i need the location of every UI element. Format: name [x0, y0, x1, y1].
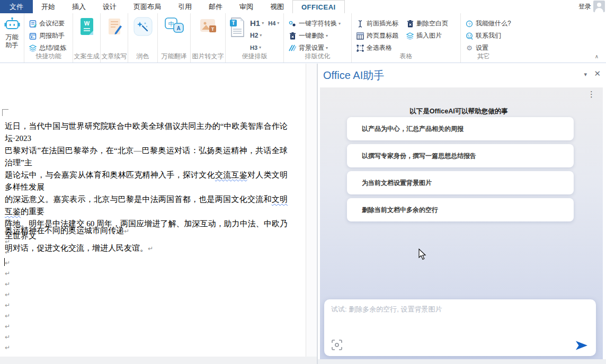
empty-line: ↵: [0, 236, 297, 246]
tab-officeai[interactable]: OFFICEAI: [292, 0, 345, 13]
kebab-menu-icon[interactable]: ⋮: [587, 90, 595, 99]
empty-line: ↵: [0, 342, 297, 352]
paper-pencil-icon: [106, 17, 122, 37]
group-label-continue: 文章续写: [101, 52, 128, 61]
summarize-label: 总结/提炼: [39, 43, 66, 52]
chevron-down-icon[interactable]: ▾: [259, 45, 261, 50]
char-convert-label: 一键字符转换: [299, 19, 337, 28]
chevron-down-icon[interactable]: ▾: [260, 33, 262, 38]
group-label-translate: 万能翻译: [158, 52, 190, 61]
ribbon-group-polish: 润色: [128, 13, 158, 63]
tab-home[interactable]: 开始: [33, 0, 64, 13]
minimize-panel-button[interactable]: ▾: [584, 71, 587, 78]
collapse-ribbon-button[interactable]: ∧: [595, 54, 599, 59]
document-area: 近日，当代中国与世界研究院联合中欧美全球倡议共同主办的“中欧美智库合作论坛·20…: [0, 64, 317, 364]
stripes-icon: [288, 44, 297, 52]
universal-assistant-button[interactable]: 万能 助手: [0, 13, 24, 63]
chevron-down-icon[interactable]: ▾: [326, 33, 328, 38]
insert-image-button[interactable]: 插入图片: [402, 30, 448, 42]
meeting-minutes-button[interactable]: 会议纪要: [24, 17, 73, 30]
settings-label: 设置: [476, 43, 488, 52]
ribbon-group-assistant: 万能 助手: [0, 13, 24, 63]
screenshot-capture-icon[interactable]: [331, 339, 343, 351]
ribbon-group-quick: 会议纪要 周报助手 总结/提炼 快捷功能: [24, 13, 73, 63]
person-icon: [593, 1, 605, 12]
ibeam-cursor-icon: [356, 20, 364, 28]
empty-line: ↵: [0, 257, 297, 268]
user-avatar[interactable]: [593, 1, 605, 12]
cross-page-header-button[interactable]: 跨页显标题: [352, 30, 398, 42]
tab-file[interactable]: 文件: [0, 0, 33, 13]
tab-review[interactable]: 审阅: [231, 0, 262, 13]
contact-us-label: 联系我们: [476, 31, 501, 40]
suggestion-card[interactable]: 以撰写专家身份，撰写一篇思想总结报告: [347, 144, 574, 167]
svg-text:A: A: [176, 25, 180, 31]
heading1-button[interactable]: H1: [250, 19, 260, 28]
trash-icon: [406, 20, 414, 28]
application-window: 文件 开始 插入 设计 页面布局 引用 邮件 审阅 视图 OFFICEAI 登录: [0, 0, 606, 364]
svg-text:W: W: [84, 20, 90, 26]
what-can-i-do-button[interactable]: ? 我能做什么?: [461, 17, 506, 30]
w-document-icon: W: [79, 17, 95, 37]
suggestion-list: 以产品为中心，汇总产品相关的周报 以撰写专家身份，撰写一篇思想总结报告 为当前文…: [347, 117, 574, 225]
empty-line: ↵: [0, 215, 297, 225]
group-label-layout: 便捷排版: [226, 52, 283, 61]
close-panel-button[interactable]: ✕: [594, 69, 601, 78]
heading2-button[interactable]: H2: [250, 32, 258, 39]
ribbon-group-continue: 文章续写: [101, 13, 128, 63]
tab-view[interactable]: 视图: [262, 0, 292, 13]
heading4-button[interactable]: H4: [268, 20, 275, 26]
image-text-icon: T: [199, 17, 218, 35]
empty-line: ↵: [0, 268, 297, 278]
document-scrollbar-track[interactable]: [306, 64, 317, 357]
empty-line: ↵: [0, 321, 297, 331]
suggestion-card[interactable]: 以产品为中心，汇总产品相关的周报: [347, 117, 574, 140]
ribbon-group-translate: 中 A 万能翻译: [158, 13, 191, 63]
tab-mailings[interactable]: 邮件: [200, 0, 231, 13]
empty-line: ↵: [0, 204, 297, 215]
suggestion-card[interactable]: 为当前文档设置背景图片: [347, 171, 574, 194]
insert-cursor-before-button[interactable]: 前面插光标: [352, 17, 398, 30]
assistant-label-line1: 万能: [6, 33, 19, 41]
svg-text:T: T: [231, 20, 235, 26]
insert-image-label: 插入图片: [416, 31, 442, 40]
contact-us-button[interactable]: 联系我们: [461, 30, 506, 42]
document-page[interactable]: 近日，当代中国与世界研究院联合中欧美全球倡议共同主办的“中欧美智库合作论坛·20…: [0, 64, 306, 357]
login-button[interactable]: 登录: [578, 2, 591, 11]
ribbon-group-copywriting: W 文案生成: [73, 13, 101, 63]
tab-design[interactable]: 设计: [94, 0, 125, 13]
magic-wand-icon: [133, 17, 153, 36]
layers-icon: [29, 44, 37, 52]
empty-line: ↵: [0, 193, 297, 204]
group-label-optimize: 排版优化: [284, 52, 351, 61]
chat-input-box: [324, 299, 596, 356]
weekly-report-button[interactable]: 周报助手: [24, 30, 73, 42]
one-key-delete-button[interactable]: 一键删除▾: [284, 30, 351, 42]
heading3-button[interactable]: H3: [250, 45, 257, 51]
group-label-table: 表格: [352, 52, 460, 61]
group-label-other: 其它: [461, 52, 506, 61]
svg-text:T: T: [211, 26, 214, 32]
chevron-down-icon[interactable]: ▾: [277, 21, 279, 25]
suggestion-card[interactable]: 删除当前文档中多余的空行: [347, 198, 574, 221]
cross-page-header-label: 跨页显标题: [367, 31, 398, 40]
ribbon-group-optimize: 一键字符转换▾ 一键删除▾ 背景设置▾ 排版优化: [284, 13, 352, 63]
gear-icon: ⚙: [465, 44, 474, 52]
delete-blank-page-button[interactable]: 删除空白页: [402, 17, 448, 30]
officeai-ribbon: 万能 助手 会议纪要 周报助手: [0, 13, 606, 63]
panel-footer-strip: [318, 359, 606, 364]
doc-line: 巴黎对话”在法国巴黎举办，在“北京—巴黎奥运对话：弘扬奥运精神，共话全球治理”主: [5, 145, 288, 169]
empty-line: ↵: [0, 278, 297, 289]
chat-input[interactable]: [331, 305, 589, 335]
chevron-down-icon[interactable]: ▾: [262, 21, 264, 25]
tab-insert[interactable]: 插入: [64, 0, 94, 13]
chevron-down-icon[interactable]: ▾: [338, 21, 341, 26]
tab-references[interactable]: 引用: [170, 0, 200, 13]
chevron-down-icon[interactable]: ▾: [326, 46, 328, 50]
char-convert-button[interactable]: 一键字符转换▾: [284, 17, 351, 30]
robot-icon: [4, 17, 20, 31]
svg-text:中: 中: [168, 21, 174, 27]
tab-page-layout[interactable]: 页面布局: [125, 0, 170, 13]
send-icon[interactable]: [575, 340, 589, 351]
doc-line: 题论坛中，与会嘉宾从体育和奥林匹克精神入手，探讨文化交流互鉴对人类文明多样性发展: [5, 169, 288, 193]
